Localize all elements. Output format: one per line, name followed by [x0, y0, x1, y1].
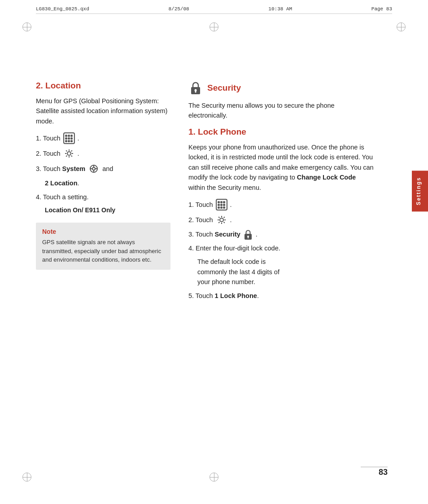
- location-step-4-indent: Location On/ E911 Only: [45, 206, 170, 215]
- lock-step-2: 2. Touch .: [188, 214, 374, 226]
- security-lock-icon: [243, 230, 253, 240]
- svg-rect-9: [248, 237, 249, 238]
- page-number: 83: [379, 468, 388, 477]
- note-text: GPS satellite signals are not always tra…: [42, 238, 164, 264]
- note-box: Note GPS satellite signals are not alway…: [36, 223, 170, 270]
- location-intro: Menu for GPS (Global Positioning System:…: [36, 96, 170, 126]
- lock-step-4-indent-text: The default lock code iscommonly the las…: [197, 258, 280, 285]
- lock-step-4: 4. Enter the four-digit lock code.: [188, 243, 374, 253]
- location-on-text: Location On/ E911 Only: [45, 206, 115, 215]
- step-3-bold2: 2 Location.: [45, 178, 79, 188]
- location-step-3-part2: 2 Location.: [45, 178, 170, 188]
- svg-point-0: [67, 152, 71, 155]
- note-title: Note: [42, 228, 164, 235]
- svg-point-2: [92, 167, 95, 170]
- settings-icon-lock-2: [216, 214, 227, 226]
- header-page: Page 83: [371, 6, 392, 12]
- header-bar: LG830_Eng_0825.qxd 8/25/08 10:38 AM Page…: [36, 6, 392, 14]
- lock-step-1-text: 1. Touch: [188, 200, 213, 210]
- lock-step-2-period: .: [230, 215, 232, 225]
- content-area: 2. Location Menu for GPS (Global Positio…: [36, 36, 379, 468]
- lock-step-4-indent: The default lock code iscommonly the las…: [197, 257, 374, 287]
- grid-icon-lock-1: [216, 199, 227, 210]
- location-step-4: 4. Touch a setting.: [36, 192, 170, 202]
- sidebar-label: Settings: [415, 177, 422, 205]
- location-step-3: 3. Touch System and: [36, 163, 170, 175]
- step-2-number: 2. Touch: [36, 149, 61, 158]
- location-step-2: 2. Touch .: [36, 148, 170, 159]
- lock-step-1-period: .: [230, 200, 232, 210]
- step-3-text: 3. Touch System: [36, 164, 85, 174]
- lock-step-4-text: 4. Enter the four-digit lock code.: [188, 243, 280, 253]
- grid-icon-1: [63, 132, 75, 144]
- lock-icon-header: [188, 81, 203, 95]
- reg-mark-tr: [397, 22, 406, 31]
- step-4-text: 4. Touch a setting.: [36, 192, 88, 202]
- lock-step-3: 3. Touch Security .: [188, 229, 374, 239]
- reg-mark-bm: [210, 473, 218, 482]
- reg-mark-tm: [210, 22, 218, 31]
- header-time: 10:38 AM: [268, 6, 292, 12]
- location-step-1: 1. Touch .: [36, 132, 170, 144]
- security-intro: The Security menu allows you to secure t…: [188, 101, 374, 121]
- step-2-period: .: [78, 149, 79, 158]
- left-column: 2. Location Menu for GPS (Global Positio…: [36, 36, 170, 468]
- location-heading: 2. Location: [36, 81, 170, 91]
- svg-point-6: [220, 218, 223, 222]
- header-filename: LG830_Eng_0825.qxd: [36, 6, 89, 12]
- lock-phone-body-cont: within the Security menu.: [188, 184, 261, 191]
- security-heading: Security: [207, 83, 241, 93]
- page-divider: [361, 467, 388, 467]
- lock-step-5-text: 5. Touch 1 Lock Phone.: [188, 291, 259, 301]
- step-1-number: 1. Touch: [36, 133, 61, 143]
- reg-mark-bl: [22, 473, 31, 482]
- lock-phone-body: Keeps your phone from unauthorized use. …: [188, 142, 374, 193]
- step-1-period: .: [78, 133, 79, 143]
- lock-step-3-period: .: [256, 229, 258, 239]
- lock-step-1: 1. Touch .: [188, 199, 374, 210]
- lock-step-5: 5. Touch 1 Lock Phone.: [188, 291, 374, 301]
- lock-phone-heading: 1. Lock Phone: [188, 127, 374, 137]
- svg-rect-5: [195, 91, 197, 93]
- header-date: 8/25/08: [168, 6, 189, 12]
- right-column: Security The Security menu allows you to…: [188, 36, 379, 468]
- sidebar-tab: Settings: [412, 171, 428, 211]
- lock-step-2-text: 2. Touch: [188, 215, 213, 225]
- settings-icon-2: [63, 148, 75, 159]
- security-heading-row: Security: [188, 81, 374, 95]
- lock-step-3-text: 3. Touch Security: [188, 229, 240, 239]
- system-icon: [88, 163, 100, 175]
- change-lock-code-bold: Change Lock Code: [297, 174, 356, 181]
- step-3-and: and: [102, 164, 113, 174]
- reg-mark-tl: [22, 22, 31, 31]
